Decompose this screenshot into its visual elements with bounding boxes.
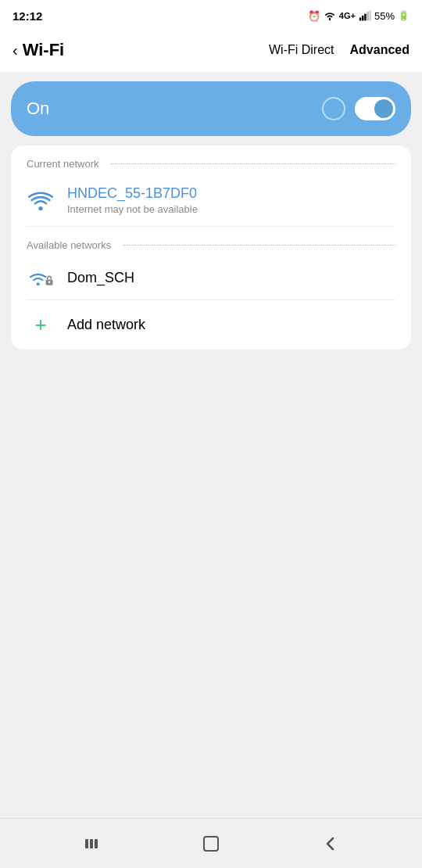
svg-rect-3 — [367, 12, 368, 20]
wifi-signal-circle-icon — [322, 97, 345, 120]
toggle-controls — [322, 97, 395, 120]
hamburger-icon — [83, 835, 100, 852]
status-time: 12:12 — [13, 9, 42, 23]
current-network-name: HNDEC_55-1B7DF0 — [67, 185, 198, 202]
add-network-label: Add network — [67, 317, 145, 333]
status-bar: 12:12 ⏰ 4G+ 55% 🔋 — [0, 0, 422, 28]
available-network-item-0[interactable]: Dom_SCH — [11, 256, 411, 299]
nav-back-button[interactable] — [315, 828, 346, 859]
networks-card: Current network HNDEC_55-1B7DF0 Internet… — [11, 145, 411, 350]
svg-rect-4 — [370, 11, 371, 21]
back-chevron-icon — [322, 835, 339, 852]
add-network-icon: + — [27, 313, 55, 337]
svg-rect-9 — [85, 839, 88, 848]
wifi-toggle-banner[interactable]: On — [11, 81, 411, 136]
svg-point-8 — [48, 282, 50, 283]
connected-wifi-icon — [27, 189, 55, 211]
wifi-direct-button[interactable]: Wi-Fi Direct — [269, 43, 334, 57]
svg-rect-10 — [90, 839, 93, 848]
locked-wifi-icon — [27, 267, 55, 289]
svg-point-6 — [37, 282, 40, 285]
home-circle-icon — [202, 835, 220, 852]
svg-rect-1 — [362, 16, 363, 20]
svg-point-5 — [38, 206, 42, 210]
add-network-item[interactable]: + Add network — [11, 300, 411, 350]
page-spacer — [0, 357, 422, 818]
available-network-name-0: Dom_SCH — [67, 270, 134, 286]
status-icons: ⏰ 4G+ 55% 🔋 — [308, 10, 409, 22]
back-button[interactable]: ‹ — [13, 41, 18, 59]
svg-rect-11 — [95, 839, 98, 848]
advanced-button[interactable]: Advanced — [350, 43, 409, 57]
battery-icon: 🔋 — [398, 10, 409, 21]
current-network-item[interactable]: HNDEC_55-1B7DF0 Internet may not be avai… — [11, 174, 411, 226]
nav-left: ‹ Wi-Fi — [13, 40, 64, 60]
current-network-sub: Internet may not be available — [67, 203, 198, 215]
alarm-icon: ⏰ — [308, 10, 320, 22]
wifi-status-icon — [324, 11, 336, 20]
current-network-info: HNDEC_55-1B7DF0 Internet may not be avai… — [67, 185, 198, 215]
wifi-toggle-switch[interactable] — [355, 97, 395, 120]
signal-bars-icon — [359, 10, 371, 21]
page-title: Wi-Fi — [23, 40, 65, 60]
current-network-section-label: Current network — [11, 145, 411, 174]
section-divider-dots-2 — [123, 245, 395, 246]
available-networks-section-label: Available networks — [11, 227, 411, 256]
nav-home-button[interactable] — [195, 828, 227, 859]
nav-bar: ‹ Wi-Fi Wi-Fi Direct Advanced — [0, 28, 422, 72]
signal-4g-icon: 4G+ — [339, 11, 356, 20]
section-divider-dots — [111, 163, 395, 164]
battery-status: 55% — [374, 10, 395, 22]
wifi-on-label: On — [27, 99, 49, 119]
svg-rect-12 — [204, 837, 218, 851]
bottom-navigation — [0, 818, 422, 868]
svg-rect-0 — [359, 17, 361, 20]
nav-actions: Wi-Fi Direct Advanced — [269, 43, 409, 57]
svg-rect-2 — [364, 14, 366, 21]
available-network-info-0: Dom_SCH — [67, 270, 134, 286]
nav-menu-button[interactable] — [76, 828, 107, 859]
